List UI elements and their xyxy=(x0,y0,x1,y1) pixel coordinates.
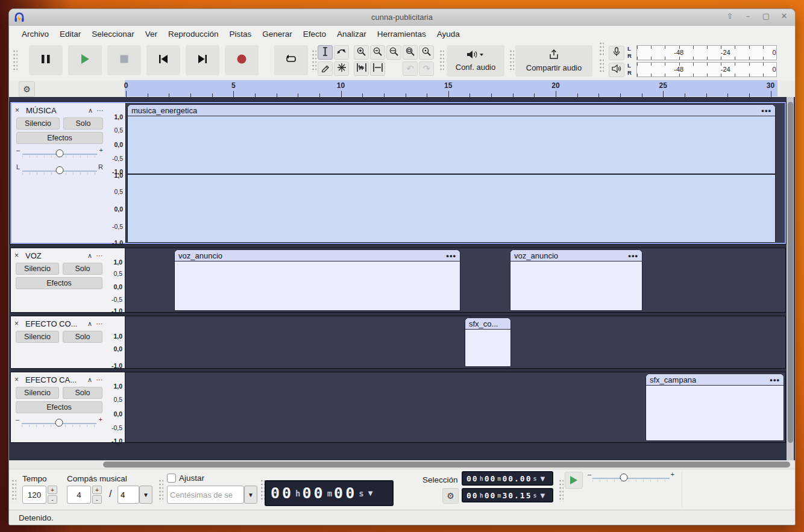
menu-editar[interactable]: Editar xyxy=(54,27,86,41)
vertical-scrollbar[interactable] xyxy=(787,97,794,460)
track-collapse-icon[interactable]: ∧ xyxy=(85,376,95,384)
track-control-panel[interactable]: ×EFECTO CA...∧⋯SilencioSoloEfectos–+ xyxy=(11,372,108,442)
menu-analizar[interactable]: Analizar xyxy=(331,27,372,41)
timesig-upper-spinner[interactable]: 4 + - xyxy=(67,486,103,504)
minimize-icon[interactable]: – xyxy=(743,11,753,20)
solo-button[interactable]: Solo xyxy=(63,331,102,343)
timeline-options-button[interactable]: ⚙ xyxy=(19,81,35,97)
redo-button[interactable]: ↷ xyxy=(419,61,434,76)
track-clips-lane[interactable]: voz_anuncio•••voz_anuncio••• xyxy=(125,248,785,312)
record-button[interactable] xyxy=(225,45,259,75)
selection-start-field[interactable]: 00h00m00.00s▼ xyxy=(462,471,553,486)
mute-button[interactable]: Silencio xyxy=(16,387,59,399)
timesig-upper-decrement-button[interactable]: - xyxy=(92,495,102,504)
clip-menu-icon[interactable]: ••• xyxy=(770,375,780,384)
menu-pistas[interactable]: Pistas xyxy=(224,27,257,41)
main-time-display[interactable]: 00h00m00s▼ xyxy=(265,480,394,506)
clip-menu-icon[interactable]: ••• xyxy=(628,251,638,260)
clip-sfx_co...[interactable]: sfx_co... xyxy=(465,318,511,367)
timesig-upper-increment-button[interactable]: + xyxy=(92,486,102,494)
track-name[interactable]: MÚSICA xyxy=(26,106,86,115)
track-menu-icon[interactable]: ⋯ xyxy=(95,107,105,114)
track-collapse-icon[interactable]: ∧ xyxy=(85,320,95,328)
zoom-project-button[interactable] xyxy=(403,45,418,60)
playback-speed-thumb[interactable] xyxy=(620,474,628,481)
share-audio-button[interactable]: Compartir audio xyxy=(515,45,592,77)
timesig-upper-value[interactable]: 4 xyxy=(67,486,91,504)
snap-checkbox[interactable] xyxy=(167,474,176,483)
multi-tool-button[interactable] xyxy=(334,61,349,76)
maximize-icon[interactable]: ▢ xyxy=(761,11,771,20)
zoom-in-button[interactable] xyxy=(354,45,369,60)
time-format-caret-icon[interactable]: ▼ xyxy=(368,490,375,496)
vertical-scrollbar-thumb[interactable] xyxy=(788,102,793,443)
menu-ayuda[interactable]: Ayuda xyxy=(432,27,465,41)
menu-herramientas[interactable]: Herramientas xyxy=(372,27,432,41)
track-close-icon[interactable]: × xyxy=(14,251,23,260)
clip-voz_anuncio[interactable]: voz_anuncio••• xyxy=(510,249,642,311)
track-name[interactable]: EFECTO CO... xyxy=(25,319,85,328)
track-collapse-icon[interactable]: ∧ xyxy=(85,252,95,260)
clip-menu-icon[interactable]: ••• xyxy=(761,106,771,115)
track-menu-icon[interactable]: ⋯ xyxy=(95,320,104,328)
clip-header[interactable]: voz_anuncio••• xyxy=(175,250,460,261)
track-name[interactable]: EFECTO CA... xyxy=(25,375,85,384)
clip-menu-icon[interactable]: ••• xyxy=(446,251,456,260)
silence-selection-button[interactable] xyxy=(370,61,385,76)
track-close-icon[interactable]: × xyxy=(14,319,23,328)
selection-tool-button[interactable] xyxy=(318,45,333,60)
timesig-lower-arrow[interactable]: ▼ xyxy=(139,486,152,504)
menu-efecto[interactable]: Efecto xyxy=(298,27,331,41)
mute-button[interactable]: Silencio xyxy=(16,117,60,130)
skip-to-start-button[interactable] xyxy=(146,45,180,75)
track-vertical-scale[interactable]: 1,00,0-1,0 xyxy=(108,316,125,368)
mute-button[interactable]: Silencio xyxy=(16,331,59,343)
mute-button[interactable]: Silencio xyxy=(16,263,59,275)
track-close-icon[interactable]: × xyxy=(14,375,23,384)
tempo-decrement-button[interactable]: - xyxy=(48,495,57,504)
selection-start-caret-icon[interactable]: ▼ xyxy=(541,475,547,482)
undo-button[interactable]: ↶ xyxy=(403,61,418,76)
trim-outside-selection-button[interactable] xyxy=(354,61,369,76)
clip-header[interactable]: voz_anuncio••• xyxy=(510,250,642,261)
track-clips-lane[interactable]: sfx_co... xyxy=(125,316,785,368)
track-control-panel[interactable]: ×MÚSICA∧⋯SilencioSoloEfectos–+LR xyxy=(11,103,108,243)
clip-header[interactable]: musica_energetica••• xyxy=(128,105,775,116)
solo-button[interactable]: Solo xyxy=(63,117,103,130)
clip-voz_anuncio[interactable]: voz_anuncio••• xyxy=(174,249,460,311)
track-clips-lane[interactable]: sfx_campana••• xyxy=(125,372,785,442)
snap-format-select[interactable]: Centésimas de se xyxy=(167,486,244,504)
effects-button[interactable]: Efectos xyxy=(16,401,102,413)
gain-slider-thumb[interactable] xyxy=(56,149,64,157)
menu-archivo[interactable]: Archivo xyxy=(16,27,54,41)
track-vertical-scale[interactable]: 1,00,50,0-0,5-1,01,00,50,0-0,5-1,0 xyxy=(108,103,126,243)
zoom-out-button[interactable] xyxy=(370,45,385,60)
timeline-ruler[interactable]: ⚙ 051015202530 xyxy=(9,80,795,98)
track-collapse-icon[interactable]: ∧ xyxy=(86,107,95,114)
envelope-tool-button[interactable] xyxy=(334,45,349,60)
titlebar[interactable]: cunna-publicitaria ⇧ – ▢ ✕ xyxy=(9,9,795,27)
tempo-increment-button[interactable]: + xyxy=(48,486,57,494)
selection-options-button[interactable]: ⚙ xyxy=(442,488,459,504)
playback-speed-slider[interactable]: – + xyxy=(586,473,676,484)
recording-meter[interactable]: LR-48-240 xyxy=(603,45,784,61)
track-control-panel[interactable]: ×VOZ∧⋯SilencioSoloEfectos xyxy=(11,248,108,312)
timesig-lower-select[interactable]: 4 xyxy=(118,486,139,504)
pan-slider[interactable]: LR xyxy=(16,166,103,177)
snap-format-arrow[interactable]: ▼ xyxy=(244,486,257,504)
selection-end-field[interactable]: 00h00m30.15s▼ xyxy=(462,488,553,502)
track-menu-icon[interactable]: ⋯ xyxy=(95,252,104,260)
solo-button[interactable]: Solo xyxy=(63,263,102,275)
clip-header[interactable]: sfx_campana••• xyxy=(646,374,784,386)
stop-button[interactable] xyxy=(107,45,141,75)
tempo-value[interactable]: 120 xyxy=(22,486,46,504)
track-vertical-scale[interactable]: 1,00,50,0-0,5-1,0 xyxy=(108,372,125,442)
shade-window-icon[interactable]: ⇧ xyxy=(725,11,735,20)
play-at-speed-button[interactable] xyxy=(565,472,583,489)
menu-reproducción[interactable]: Reproducción xyxy=(163,27,224,41)
playback-meter-scale[interactable]: -48-240 xyxy=(636,62,777,77)
pan-slider-thumb[interactable] xyxy=(56,166,64,174)
track-vertical-scale[interactable]: 1,00,50,0-0,5-1,0 xyxy=(108,248,125,312)
playback-meter-button[interactable] xyxy=(609,63,624,77)
track-row-1[interactable]: ×VOZ∧⋯SilencioSoloEfectos1,00,50,0-0,5-1… xyxy=(10,248,786,313)
